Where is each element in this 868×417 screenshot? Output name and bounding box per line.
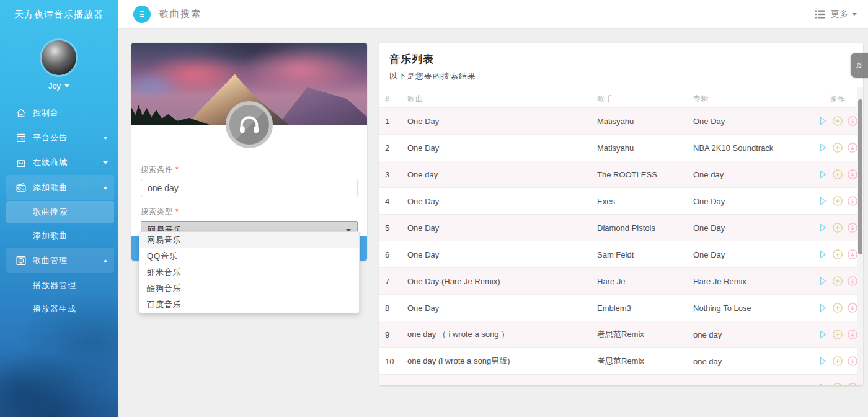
player-toggle-tab[interactable]: ♬: [851, 53, 868, 78]
plus-icon: [832, 329, 843, 340]
download-button[interactable]: [847, 276, 858, 287]
play-button[interactable]: [817, 169, 828, 180]
add-button[interactable]: [832, 222, 843, 233]
cell-index: 11: [385, 383, 407, 386]
play-button[interactable]: [817, 249, 828, 260]
results-table: # 歌曲 歌手 专辑 操作 1 One Day Matisyahu One Da…: [379, 91, 863, 385]
play-icon: [817, 169, 828, 180]
play-button[interactable]: [817, 302, 828, 313]
scrollbar-thumb[interactable]: [858, 99, 862, 254]
chevron-down-icon: [103, 161, 108, 164]
sidebar-nav: 控制台 15 平台公告 在线商城: [0, 101, 118, 320]
play-button[interactable]: [817, 142, 828, 153]
sidebar-item-dashboard[interactable]: 控制台: [6, 101, 114, 125]
cell-actions: [817, 329, 858, 340]
user-menu[interactable]: Joy: [0, 81, 118, 91]
kebab-icon: [140, 11, 144, 12]
add-button[interactable]: [832, 249, 843, 260]
play-icon: [817, 249, 828, 260]
cell-album: Nothing To Lose: [693, 303, 817, 313]
play-button[interactable]: [817, 195, 828, 207]
column-header-index: #: [385, 95, 407, 104]
dropdown-option[interactable]: 网易音乐: [140, 232, 359, 248]
keyword-input[interactable]: [141, 179, 358, 197]
cell-artist: Diamond Pistols: [597, 223, 693, 233]
cell-song: One Day: [407, 383, 597, 386]
add-button[interactable]: [832, 329, 843, 340]
add-button[interactable]: [832, 356, 843, 367]
table-row: 4 One Day Exes One Day: [379, 187, 863, 214]
play-button[interactable]: [817, 382, 828, 385]
plus-icon: [832, 142, 843, 153]
cell-album: One Day: [693, 197, 817, 206]
list-icon: [815, 10, 825, 19]
cell-artist: Matisyahu: [597, 143, 693, 153]
download-button[interactable]: [847, 382, 858, 385]
cell-actions: [817, 195, 858, 207]
cell-actions: [817, 115, 858, 127]
table-row: 10 one day (i wrote a song男版) 者思范Remix o…: [379, 348, 863, 374]
download-button[interactable]: [847, 329, 858, 340]
download-button[interactable]: [847, 169, 858, 180]
add-button[interactable]: [832, 142, 843, 153]
table-row: 6 One Day Sam Feldt One Day: [379, 241, 863, 267]
add-button[interactable]: [832, 276, 843, 287]
dropdown-option[interactable]: QQ音乐: [140, 248, 359, 264]
download-button[interactable]: [847, 195, 858, 207]
sidebar-item-store[interactable]: 在线商城: [6, 150, 114, 175]
table-row: 11 One Day Logic One Day: [379, 374, 863, 385]
dropdown-option[interactable]: 虾米音乐: [140, 264, 359, 280]
cell-actions: [817, 222, 858, 233]
download-icon: [847, 195, 858, 207]
svg-text:15: 15: [19, 137, 24, 141]
download-icon: [847, 249, 858, 260]
results-panel: 音乐列表 以下是您要的搜索结果 # 歌曲 歌手 专辑 操作 1 One Day …: [379, 43, 863, 385]
add-button[interactable]: [832, 195, 843, 207]
sidebar-item-announcements[interactable]: 15 平台公告: [6, 125, 114, 150]
user-avatar[interactable]: [42, 40, 76, 75]
table-row: 7 One Day (Hare Je Remix) Hare Je Hare J…: [379, 267, 863, 294]
cell-index: 4: [385, 197, 407, 206]
user-name: Joy: [48, 81, 61, 91]
disc-icon: [16, 255, 27, 266]
more-label: 更多: [831, 9, 848, 20]
add-button[interactable]: [832, 169, 843, 180]
cell-song: One Day: [407, 250, 597, 259]
add-button[interactable]: [832, 382, 843, 385]
play-button[interactable]: [817, 329, 828, 340]
chevron-down-icon: [103, 137, 108, 140]
play-button[interactable]: [817, 115, 828, 127]
column-header-artist: 歌手: [597, 94, 693, 104]
sidebar-item-song-manage[interactable]: 歌曲管理: [6, 248, 114, 273]
keyword-label: 搜索条件*: [141, 164, 358, 175]
list-view-button[interactable]: [815, 10, 825, 19]
play-icon: [817, 195, 828, 207]
column-header-song: 歌曲: [407, 94, 597, 104]
download-button[interactable]: [847, 249, 858, 260]
sidebar-item-add-song[interactable]: 添加歌曲: [6, 175, 114, 200]
more-menu[interactable]: 更多: [831, 9, 857, 20]
play-button[interactable]: [817, 222, 828, 233]
download-button[interactable]: [847, 302, 858, 313]
cell-actions: [817, 356, 858, 367]
download-button[interactable]: [847, 356, 858, 367]
dropdown-option[interactable]: 酷狗音乐: [140, 280, 359, 297]
play-button[interactable]: [817, 276, 828, 287]
sidebar-subitem-player-generate[interactable]: 播放器生成: [6, 298, 114, 320]
menu-button[interactable]: [133, 6, 151, 23]
sidebar-subitem-song-search[interactable]: 歌曲搜索: [6, 201, 114, 223]
download-button[interactable]: [847, 222, 858, 233]
add-button[interactable]: [832, 302, 843, 313]
sidebar-subitem-player-manage[interactable]: 播放器管理: [6, 274, 114, 297]
play-button[interactable]: [817, 356, 828, 367]
dropdown-option[interactable]: 百度音乐: [140, 297, 359, 313]
headphones-icon: [237, 112, 262, 137]
cell-index: 2: [385, 143, 407, 153]
add-button[interactable]: [832, 115, 843, 127]
cell-album: One Day: [693, 383, 817, 386]
download-button[interactable]: [847, 115, 858, 127]
sidebar-subitem-add-song[interactable]: 添加歌曲: [6, 225, 114, 247]
download-button[interactable]: [847, 142, 858, 153]
cell-song: One Day: [407, 223, 597, 233]
cell-artist: 者思范Remix: [597, 329, 693, 340]
